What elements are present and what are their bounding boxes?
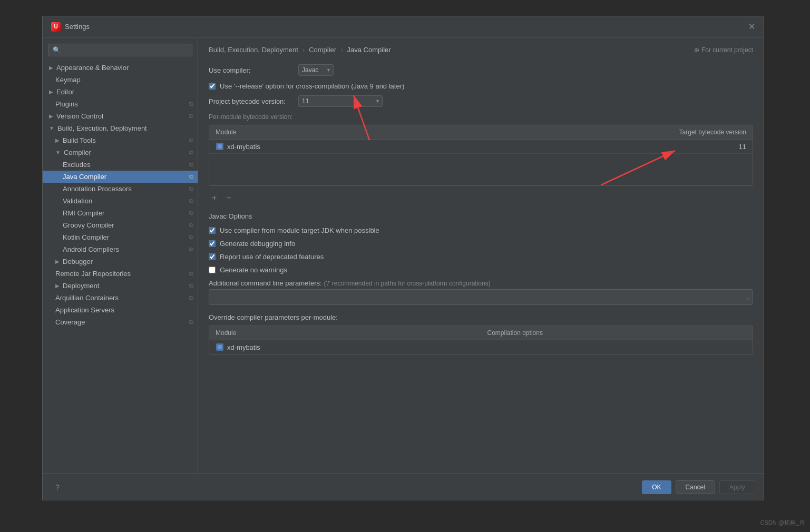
col-bytecode-version: Target bytecode version	[647, 125, 753, 139]
help-area: ?	[51, 483, 638, 491]
sidebar-item-deployment[interactable]: ▶ Deployment ⧉	[43, 280, 198, 292]
sidebar-item-label: RMI Compiler	[63, 209, 104, 217]
bottom-bar: ? OK Cancel Apply	[43, 474, 764, 500]
sidebar-item-build-tools[interactable]: ▶ Build Tools ⧉	[43, 134, 198, 146]
arrow-icon: ▼	[49, 125, 54, 131]
copy-icon: ⧉	[189, 101, 193, 107]
help-icon[interactable]: ?	[55, 483, 60, 491]
override-col-options: Compilation options	[481, 326, 753, 340]
for-project-text: For current project	[701, 46, 753, 54]
close-button[interactable]: ✕	[748, 22, 755, 32]
sidebar-item-validation[interactable]: Validation ⧉	[43, 195, 198, 207]
app-icon: U	[51, 22, 61, 32]
javac-option-3-checkbox[interactable]	[209, 253, 216, 260]
copy-icon: ⧉	[189, 210, 193, 216]
project-icon: ⊕	[694, 46, 699, 54]
sidebar-item-debugger[interactable]: ▶ Debugger	[43, 255, 198, 268]
sidebar-item-editor[interactable]: ▶ Editor	[43, 86, 198, 98]
sidebar-item-app-servers[interactable]: Application Servers	[43, 304, 198, 316]
sidebar-item-label: Excludes	[63, 161, 91, 169]
sidebar-item-keymap[interactable]: Keymap	[43, 74, 198, 86]
sidebar-item-coverage[interactable]: Coverage ⧉	[43, 316, 198, 328]
javac-option-3-label: Report use of deprecated features	[220, 253, 324, 261]
sidebar-item-plugins[interactable]: Plugins ⧉	[43, 98, 198, 110]
sidebar-item-java-compiler[interactable]: Java Compiler ⧉	[43, 171, 198, 183]
sidebar-item-rmi-compiler[interactable]: RMI Compiler ⧉	[43, 207, 198, 219]
javac-options-title: Javac Options	[209, 212, 753, 220]
additional-params-input[interactable]	[209, 289, 753, 305]
javac-option-3: Report use of deprecated features	[209, 253, 753, 261]
arrow-icon: ▼	[55, 150, 61, 155]
sidebar-item-label: Kotlin Compiler	[63, 233, 109, 241]
javac-option-4: Generate no warnings	[209, 266, 753, 274]
ok-button[interactable]: OK	[642, 480, 671, 494]
additional-params-row: Additional command line parameters: ('/'…	[209, 279, 753, 287]
copy-icon: ⧉	[189, 319, 193, 326]
module-icon	[216, 142, 224, 151]
sidebar-item-kotlin-compiler[interactable]: Kotlin Compiler ⧉	[43, 231, 198, 243]
remove-module-button[interactable]: −	[223, 192, 234, 204]
window-title: Settings	[65, 23, 90, 31]
bytecode-version-select[interactable]: 11 8 17	[298, 95, 383, 107]
sidebar-item-build-execution[interactable]: ▼ Build, Execution, Deployment	[43, 122, 198, 134]
module-name: xd-mybatis	[227, 143, 641, 151]
arrow-icon: ▶	[49, 65, 53, 71]
bytecode-version-row: Project bytecode version: 11 8 17	[209, 95, 753, 107]
javac-option-2-checkbox[interactable]	[209, 240, 216, 247]
sidebar-item-label: Deployment	[63, 282, 99, 290]
release-option-checkbox[interactable]	[209, 83, 216, 90]
sidebar-item-label: Keymap	[55, 76, 81, 84]
table-row[interactable]: xd-mybatis 11	[209, 140, 753, 154]
sidebar-item-label: Application Servers	[55, 306, 114, 314]
sidebar-item-label: Remote Jar Repositories	[55, 270, 131, 278]
override-table-header: Module Compilation options	[209, 326, 753, 340]
sidebar-item-compiler[interactable]: ▼ Compiler ⧉	[43, 146, 198, 159]
compiler-select[interactable]: Javac Eclipse Ajc	[298, 64, 334, 76]
sidebar-item-label: Appearance & Behavior	[56, 64, 129, 72]
copy-icon: ⧉	[189, 270, 193, 277]
javac-option-4-label: Generate no warnings	[220, 266, 287, 274]
sidebar-item-remote-jar[interactable]: Remote Jar Repositories ⧉	[43, 268, 198, 280]
override-table: Module Compilation options xd-mybatis	[209, 326, 753, 354]
copy-icon: ⧉	[189, 282, 193, 289]
additional-params-input-wrapper: ⤡	[209, 289, 753, 305]
sidebar-item-label: Java Compiler	[63, 173, 106, 181]
override-table-row[interactable]: xd-mybatis	[209, 340, 753, 354]
sidebar-item-arquillian[interactable]: Arquillian Containers ⧉	[43, 292, 198, 304]
copy-icon: ⧉	[189, 149, 193, 156]
copy-icon: ⧉	[189, 161, 193, 168]
add-module-button[interactable]: +	[209, 192, 220, 204]
copy-icon: ⧉	[189, 294, 193, 301]
breadcrumb-part3: Java Compiler	[347, 46, 391, 54]
javac-option-4-checkbox[interactable]	[209, 267, 216, 273]
table-empty-space	[209, 154, 753, 185]
sidebar-item-groovy-compiler[interactable]: Groovy Compiler ⧉	[43, 219, 198, 231]
watermark: CSDN @拓桐_月	[760, 519, 805, 527]
javac-option-1-label: Use compiler from module target JDK when…	[220, 226, 379, 234]
sidebar-item-annotation-processors[interactable]: Annotation Processors ⧉	[43, 183, 198, 195]
sidebar-item-excludes[interactable]: Excludes ⧉	[43, 159, 198, 171]
sidebar-item-label: Build Tools	[63, 136, 96, 144]
javac-option-1-checkbox[interactable]	[209, 227, 216, 234]
apply-button[interactable]: Apply	[719, 480, 755, 494]
sidebar-item-android-compilers[interactable]: Android Compilers ⧉	[43, 243, 198, 255]
copy-icon: ⧉	[189, 137, 193, 144]
sidebar-item-label: Version Control	[56, 112, 103, 120]
sidebar-item-appearance[interactable]: ▶ Appearance & Behavior	[43, 62, 198, 74]
additional-params-hint: ('/' recommended in paths for cross-plat…	[324, 280, 491, 287]
title-bar-left: U Settings	[51, 22, 90, 32]
per-module-table-header: Module Target bytecode version	[209, 125, 753, 140]
bytecode-version-label: Project bytecode version:	[209, 97, 293, 105]
sidebar-item-label: Editor	[56, 88, 74, 96]
override-label: Override compiler parameters per-module:	[209, 313, 753, 321]
sidebar-item-version-control[interactable]: ▶ Version Control ⧉	[43, 110, 198, 122]
cancel-button[interactable]: Cancel	[676, 480, 715, 494]
breadcrumb-part1: Build, Execution, Deployment	[209, 46, 298, 54]
search-input[interactable]	[48, 44, 192, 56]
main-content: ▶ Appearance & Behavior Keymap ▶ Editor …	[43, 37, 764, 474]
sidebar-item-label: Annotation Processors	[63, 185, 132, 193]
javac-option-2-label: Generate debugging info	[220, 240, 295, 248]
copy-icon: ⧉	[189, 198, 193, 204]
arrow-icon: ▶	[49, 113, 53, 119]
release-option-label: Use '--release' option for cross-compila…	[220, 82, 404, 90]
